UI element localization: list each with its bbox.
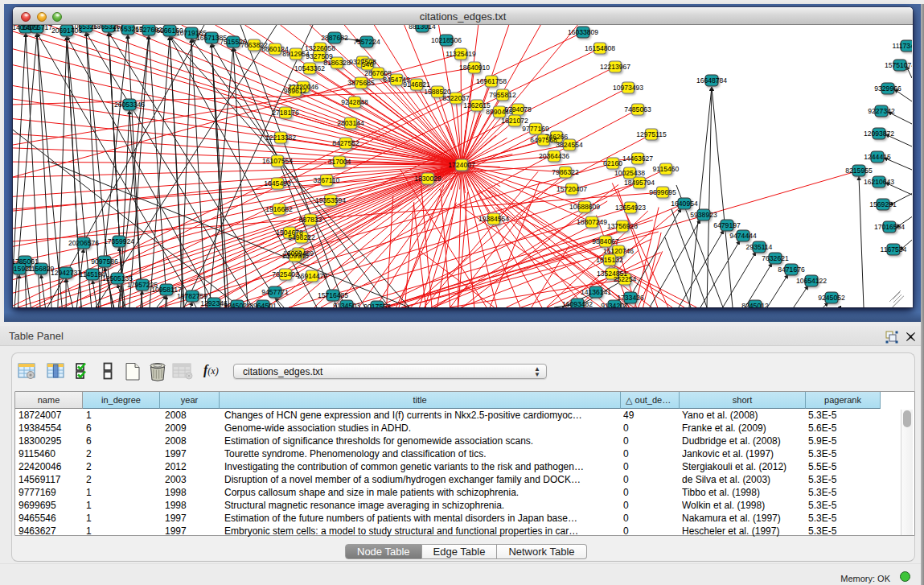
svg-text:9134207: 9134207 <box>601 302 628 308</box>
svg-text:317004: 317004 <box>328 158 351 166</box>
svg-text:62160: 62160 <box>603 159 622 167</box>
svg-text:1645493: 1645493 <box>264 179 291 187</box>
svg-text:16961758: 16961758 <box>476 77 507 85</box>
svg-text:19353594: 19353594 <box>315 196 346 204</box>
svg-text:7986322: 7986322 <box>552 168 579 176</box>
svg-text:16154808: 16154808 <box>585 44 615 52</box>
svg-text:10654122: 10654122 <box>796 277 827 285</box>
svg-text:2803144: 2803144 <box>337 119 364 127</box>
svg-text:8813014: 8813014 <box>409 25 436 31</box>
svg-text:9457771: 9457771 <box>261 288 289 296</box>
svg-text:7625402: 7625402 <box>272 270 299 278</box>
svg-text:1569291: 1569291 <box>869 200 897 208</box>
svg-text:7632621: 7632621 <box>762 254 789 262</box>
svg-text:1733426: 1733426 <box>617 294 644 302</box>
svg-text:14463627: 14463627 <box>622 154 653 163</box>
svg-text:6497568: 6497568 <box>530 136 557 144</box>
svg-text:9474444: 9474444 <box>729 232 757 240</box>
svg-text:8471676: 8471676 <box>778 266 805 274</box>
svg-text:16914479: 16914479 <box>297 272 327 280</box>
svg-text:8245012: 8245012 <box>741 302 769 308</box>
svg-text:10025438: 10025438 <box>614 169 645 177</box>
svg-text:1615132: 1615132 <box>596 256 623 264</box>
svg-text:546: 546 <box>362 60 374 68</box>
svg-text:11173458: 11173458 <box>893 42 912 50</box>
svg-text:16210643: 16210643 <box>864 178 894 186</box>
svg-text:12213967: 12213967 <box>600 63 630 71</box>
svg-text:6794078: 6794078 <box>504 105 532 113</box>
svg-text:2935114: 2935114 <box>746 243 773 251</box>
svg-text:16033809: 16033809 <box>568 28 598 36</box>
svg-text:6479197: 6479197 <box>713 221 741 229</box>
svg-text:15720407: 15720407 <box>556 185 587 193</box>
svg-text:1916682: 1916682 <box>265 205 293 213</box>
svg-text:1167534: 1167534 <box>881 245 907 253</box>
svg-text:9134503: 9134503 <box>333 302 360 308</box>
svg-text:17359924: 17359924 <box>104 237 134 245</box>
svg-text:18495794: 18495794 <box>624 179 655 187</box>
svg-text:9245021: 9245021 <box>224 302 251 308</box>
svg-text:13226058: 13226058 <box>305 44 335 52</box>
svg-text:12975115: 12975115 <box>636 130 667 138</box>
svg-text:2887682: 2887682 <box>321 34 348 42</box>
svg-text:1409948: 1409948 <box>281 252 309 260</box>
svg-text:7485063: 7485063 <box>624 105 651 113</box>
svg-text:14055717: 14055717 <box>22 25 52 31</box>
svg-text:13756928: 13756928 <box>607 222 638 230</box>
svg-text:3267110: 3267110 <box>314 176 340 184</box>
svg-text:9242848: 9242848 <box>341 98 368 106</box>
svg-text:1724007: 1724007 <box>448 161 475 169</box>
svg-text:252254: 252254 <box>614 275 637 283</box>
svg-text:9245052: 9245052 <box>818 294 845 302</box>
svg-text:7357224: 7357224 <box>353 38 380 46</box>
svg-text:17016504: 17016504 <box>874 223 905 231</box>
svg-text:9227342: 9227342 <box>868 107 895 115</box>
svg-text:3824554: 3824554 <box>556 141 583 149</box>
svg-text:15716485: 15716485 <box>318 291 348 299</box>
svg-text:10218506: 10218506 <box>431 36 462 44</box>
svg-text:8186328: 8186328 <box>323 59 351 67</box>
svg-text:1640954: 1640954 <box>671 200 698 208</box>
svg-text:8427552: 8427552 <box>332 139 359 147</box>
svg-text:7955812: 7955812 <box>489 91 516 99</box>
svg-text:10543362: 10543362 <box>294 64 325 72</box>
svg-text:5938923: 5938923 <box>690 211 717 219</box>
svg-text:18807249: 18807249 <box>577 218 607 226</box>
svg-text:1830029: 1830029 <box>414 175 441 183</box>
svg-text:19384554: 19384554 <box>478 215 509 223</box>
svg-text:989612: 989612 <box>284 87 307 95</box>
svg-text:9097586: 9097586 <box>91 257 118 266</box>
svg-text:11325419: 11325419 <box>446 50 476 58</box>
svg-text:16093482: 16093482 <box>562 300 593 308</box>
svg-text:1244415: 1244415 <box>864 153 891 161</box>
svg-text:15751074: 15751074 <box>885 61 912 69</box>
svg-text:887833: 887833 <box>299 216 322 224</box>
svg-text:12093872: 12093872 <box>864 130 894 138</box>
svg-text:16648784: 16648784 <box>696 76 727 84</box>
svg-text:8964501: 8964501 <box>249 302 277 308</box>
svg-text:8215955: 8215955 <box>845 167 873 175</box>
svg-text:10973493: 10973493 <box>613 84 643 92</box>
svg-text:12213382: 12213382 <box>265 134 296 142</box>
svg-text:9115460: 9115460 <box>653 165 680 173</box>
svg-text:26053346: 26053346 <box>114 101 145 109</box>
svg-text:18640910: 18640910 <box>459 64 490 72</box>
svg-text:12942737: 12942737 <box>51 269 81 277</box>
svg-text:16107554: 16107554 <box>262 157 293 165</box>
svg-text:5498222: 5498222 <box>288 233 315 241</box>
svg-text:13654923: 13654923 <box>615 204 646 212</box>
svg-text:9329966: 9329966 <box>874 84 901 93</box>
svg-text:20206576: 20206576 <box>68 239 99 247</box>
svg-text:9777169: 9777169 <box>522 125 549 133</box>
svg-text:2718176: 2718176 <box>272 109 299 117</box>
svg-text:16120746: 16120746 <box>603 247 634 255</box>
svg-text:20364436: 20364436 <box>539 152 569 160</box>
svg-text:9884067: 9884067 <box>592 237 619 245</box>
svg-text:9699695: 9699695 <box>649 188 676 196</box>
svg-text:1621072: 1621072 <box>501 117 528 125</box>
svg-text:10688609: 10688609 <box>569 203 600 211</box>
svg-text:9017553: 9017553 <box>363 303 391 308</box>
svg-text:14136141: 14136141 <box>581 288 611 296</box>
svg-text:3875685: 3875685 <box>347 79 375 87</box>
